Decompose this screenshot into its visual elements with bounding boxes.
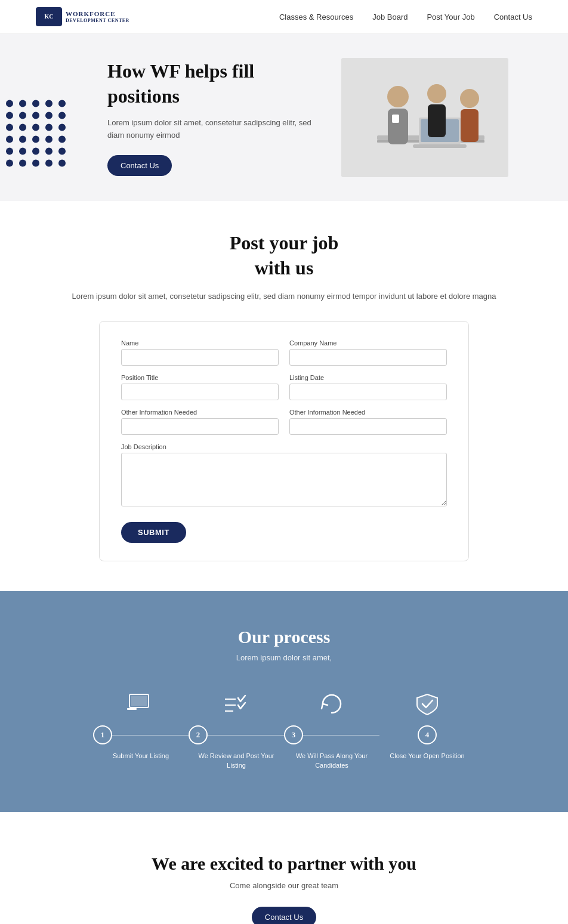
other-2-label: Other Information Needed bbox=[289, 409, 447, 416]
step-2-circle: 2 bbox=[189, 725, 208, 744]
process-section: Our process Lorem ipsum dolor sit amet, … bbox=[0, 591, 568, 812]
nav-link-classes[interactable]: Classes & Resources bbox=[279, 13, 353, 21]
company-label: Company Name bbox=[289, 339, 447, 347]
other-1-input[interactable] bbox=[121, 418, 279, 435]
partner-description: Come alongside our great team bbox=[36, 881, 532, 890]
post-job-section: Post your jobwith us Lorem ipsum dolor s… bbox=[0, 201, 568, 591]
form-group-other-1: Other Information Needed bbox=[121, 409, 279, 435]
process-title: Our process bbox=[36, 627, 532, 647]
refresh-icon bbox=[317, 692, 347, 716]
shield-check-icon bbox=[412, 692, 442, 716]
svg-rect-7 bbox=[388, 109, 408, 144]
nav-link-contact[interactable]: Contact Us bbox=[494, 13, 532, 21]
step-3-label: We Will Pass Along Your Candidates bbox=[284, 752, 379, 770]
listing-date-input[interactable] bbox=[289, 384, 447, 400]
form-group-company: Company Name bbox=[289, 339, 447, 366]
process-step-1: 1 Submit Your Listing bbox=[93, 692, 189, 761]
post-job-title: Post your jobwith us bbox=[36, 231, 532, 280]
process-step-4: 4 Close Your Open Position bbox=[379, 692, 475, 761]
job-desc-textarea[interactable] bbox=[121, 453, 447, 506]
job-form-card: Name Company Name Position Title Listing… bbox=[99, 321, 469, 561]
step-4-label: Close Your Open Position bbox=[390, 752, 464, 761]
hero-cta-button[interactable]: Contact Us bbox=[107, 155, 172, 176]
form-row-3: Other Information Needed Other Informati… bbox=[121, 409, 447, 435]
step-1-label: Submit Your Listing bbox=[113, 752, 169, 761]
nav-links: Classes & Resources Job Board Post Your … bbox=[279, 13, 532, 21]
step-4-circle: 4 bbox=[418, 725, 437, 744]
form-row-2: Position Title Listing Date bbox=[121, 374, 447, 400]
hero-section: How WF helps fill positions Lorem ipsum … bbox=[0, 34, 568, 201]
nav-logo-icon: KC bbox=[36, 7, 62, 26]
svg-point-8 bbox=[427, 84, 446, 103]
svg-rect-12 bbox=[392, 115, 399, 123]
decorative-dots bbox=[0, 94, 73, 172]
svg-point-6 bbox=[387, 86, 409, 107]
svg-rect-15 bbox=[127, 708, 137, 710]
checklist-icon bbox=[221, 692, 251, 716]
process-description: Lorem ipsum dolor sit amet, bbox=[36, 653, 532, 662]
name-label: Name bbox=[121, 339, 279, 347]
partner-section: We are excited to partner with you Come … bbox=[0, 812, 568, 924]
process-step-2: 2 We Review and Post Your Listing bbox=[189, 692, 284, 770]
company-input[interactable] bbox=[289, 349, 447, 366]
step-1-circle: 1 bbox=[93, 725, 112, 744]
svg-rect-5 bbox=[413, 144, 467, 148]
nav-link-post-job[interactable]: Post Your Job bbox=[427, 13, 474, 21]
step-2-number-row: 2 bbox=[189, 725, 284, 744]
form-group-listing-date: Listing Date bbox=[289, 374, 447, 400]
svg-rect-11 bbox=[461, 109, 479, 142]
svg-rect-14 bbox=[131, 696, 147, 706]
step-3-number-row: 3 bbox=[284, 725, 379, 744]
laptop-icon bbox=[126, 692, 156, 716]
name-input[interactable] bbox=[121, 349, 279, 366]
hero-description: Lorem ipsum dolor sit amet, consetetur s… bbox=[107, 117, 317, 142]
post-job-description: Lorem ipsum dolor sit amet, consetetur s… bbox=[36, 290, 532, 303]
svg-point-10 bbox=[460, 89, 479, 108]
svg-rect-16 bbox=[132, 707, 144, 708]
hero-image bbox=[341, 58, 508, 177]
hero-title: How WF helps fill positions bbox=[107, 59, 317, 109]
submit-button[interactable]: SUBMIT bbox=[121, 522, 186, 543]
form-group-job-desc: Job Description bbox=[121, 443, 447, 506]
step-2-label: We Review and Post Your Listing bbox=[189, 752, 284, 770]
form-group-name: Name bbox=[121, 339, 279, 366]
step-1-number-row: 1 bbox=[93, 725, 189, 744]
nav-link-jobboard[interactable]: Job Board bbox=[372, 13, 408, 21]
listing-date-label: Listing Date bbox=[289, 374, 447, 381]
other-1-label: Other Information Needed bbox=[121, 409, 279, 416]
process-step-3: 3 We Will Pass Along Your Candidates bbox=[284, 692, 379, 770]
nav-logo-text: WORKFORCE DEVELOPMENT CENTER bbox=[66, 10, 129, 24]
form-row-1: Name Company Name bbox=[121, 339, 447, 366]
other-2-input[interactable] bbox=[289, 418, 447, 435]
step-4-number-row: 4 bbox=[379, 725, 475, 744]
hero-text: How WF helps fill positions Lorem ipsum … bbox=[107, 59, 317, 176]
step-3-circle: 3 bbox=[284, 725, 303, 744]
partner-title: We are excited to partner with you bbox=[36, 854, 532, 874]
form-group-other-2: Other Information Needed bbox=[289, 409, 447, 435]
nav-logo: KC WORKFORCE DEVELOPMENT CENTER bbox=[36, 7, 129, 26]
position-label: Position Title bbox=[121, 374, 279, 381]
svg-rect-9 bbox=[428, 104, 446, 137]
position-input[interactable] bbox=[121, 384, 279, 400]
form-group-position: Position Title bbox=[121, 374, 279, 400]
process-steps: 1 Submit Your Listing 2 We Review and bbox=[36, 692, 532, 770]
job-desc-label: Job Description bbox=[121, 443, 447, 450]
partner-cta-button[interactable]: Contact Us bbox=[252, 907, 316, 924]
navbar: KC WORKFORCE DEVELOPMENT CENTER Classes … bbox=[0, 0, 568, 34]
